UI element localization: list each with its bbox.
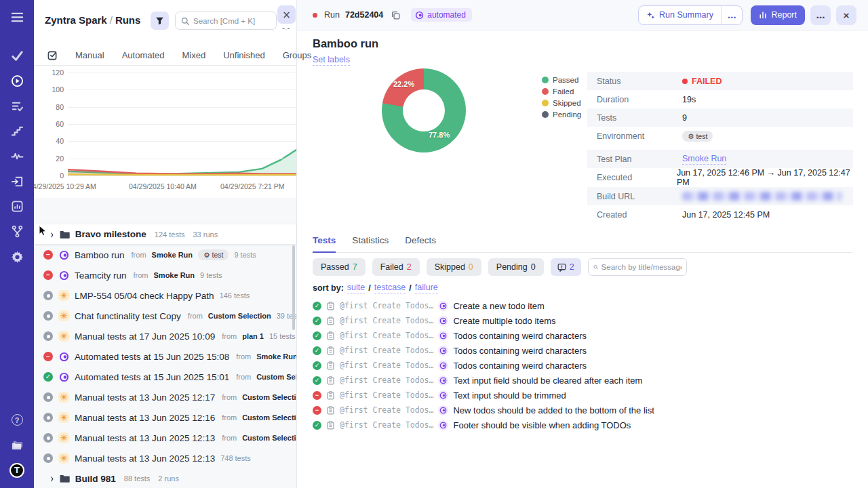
set-labels-link[interactable]: Set labels [313,55,350,66]
test-row[interactable]: ✓ @first Create Todos… Create multiple t… [313,313,855,328]
test-plan-link[interactable]: Smoke Run [682,154,726,165]
run-row[interactable]: ✳ Chat functinality test Copy from Custo… [34,306,296,326]
run-row[interactable]: ✳ Manual tests at 13 Jun 2025 12:17 from… [34,387,296,407]
sort-option-testcase[interactable]: testcase [374,283,406,293]
check-icon[interactable] [0,43,34,68]
testomat-logo[interactable]: T [0,458,34,483]
info-value: FAILED [682,77,722,86]
test-row[interactable]: − @first Create Todos… New todos should … [313,403,855,418]
filter-button[interactable] [151,12,169,30]
run-row[interactable]: ✳ LMP-554 05/04 check Happy Path 146 tes… [34,285,296,306]
run-row[interactable]: − Automated tests at 15 Jun 2025 15:08 f… [34,346,296,367]
chevron-right-icon[interactable]: › [51,472,54,485]
test-title[interactable]: Text input should be trimmed [453,390,566,401]
copy-icon[interactable] [391,11,400,20]
test-suite-path[interactable]: @first Create Todos… [340,361,433,370]
test-suite-path[interactable]: @first Create Todos… [340,420,433,430]
clipboard-icon [326,302,335,310]
menu-icon[interactable] [0,0,34,34]
test-suite-path[interactable]: @first Create Todos… [340,316,433,325]
test-title[interactable]: Todos containing weird characters [453,361,587,371]
sort-option-suite[interactable]: suite [347,283,365,293]
runs-tab-unfinished[interactable]: Unfinished [223,50,264,60]
filter-chip-pending[interactable]: Pending0 [488,258,544,276]
test-suite-path[interactable]: @first Create Todos… [340,346,433,355]
list-check-icon[interactable] [0,94,34,119]
test-suite-path[interactable]: @first Create Todos… [340,405,433,415]
milestone-row[interactable]: › Bravo milestone 124 tests 33 runs [34,224,296,244]
run-row[interactable]: ✳ Manual tests at 17 Jun 2025 10:09 from… [34,326,296,346]
filter-chip-skipped[interactable]: Skipped0 [427,258,481,276]
run-row[interactable]: ✳ Manual tests at 13 Jun 2025 12:16 from… [34,407,296,428]
build-folder-name: Build 981 [75,474,116,484]
report-button[interactable]: Report [751,5,805,25]
run-row[interactable]: ✓ Automated tests at 15 Jun 2025 15:01 f… [34,367,296,387]
more-actions-button[interactable]: … [810,5,831,25]
filter-chip-passed[interactable]: Passed7 [313,258,366,276]
test-status-icon: ✓ [313,302,321,310]
steps-icon[interactable] [0,119,34,144]
tests-search-input[interactable] [601,263,682,271]
runs-search[interactable] [175,12,277,30]
analytics-icon[interactable] [0,194,34,219]
scrollbar-thumb[interactable] [292,245,295,330]
select-checkbox-icon[interactable] [47,50,58,60]
robot-icon [438,301,448,311]
runs-tab-manual[interactable]: Manual [75,50,104,60]
info-value[interactable]: Smoke Run [682,154,726,165]
runs-tab-automated[interactable]: Automated [122,50,165,60]
run-summary-button[interactable]: Run Summary [639,6,721,24]
test-title[interactable]: Create multiple todo items [453,316,555,326]
runs-tab-groups[interactable]: Groups [283,50,312,60]
sign-in-icon[interactable] [0,169,34,194]
projects-icon[interactable] [0,432,34,458]
test-suite-path[interactable]: @first Create Todos… [340,390,433,400]
build-folder-row[interactable]: › Build 981 88 tests 2 runs [34,469,296,488]
test-row[interactable]: ✓ @first Create Todos… Todos containing … [313,343,855,358]
environment-badge[interactable]: ⚙test [682,131,713,142]
test-title[interactable]: Footer should be visible when adding TOD… [453,420,631,430]
run-row[interactable]: ✳ Manual tests at 13 Jun 2025 12:13 748 … [34,448,296,468]
run-from-label: from [236,352,251,361]
tab-statistics[interactable]: Statistics [352,235,389,252]
play-circle-icon[interactable] [0,68,34,94]
chevron-right-icon[interactable]: › [51,228,54,241]
robot-icon [438,390,448,401]
test-row[interactable]: ✓ @first Create Todos… Todos containing … [313,328,855,343]
runs-search-input[interactable] [193,17,268,25]
test-suite-path[interactable]: @first Create Todos… [340,301,433,310]
breadcrumb-project[interactable]: Zyntra Spark [45,14,107,26]
tab-defects[interactable]: Defects [405,235,436,252]
test-title[interactable]: Text input field should be cleared after… [453,375,642,386]
tests-search[interactable] [588,258,687,276]
filter-chip-failed[interactable]: Failed2 [372,258,420,276]
help-icon[interactable]: ? [0,407,34,432]
test-row[interactable]: ✓ @first Create Todos… Todos containing … [313,358,855,373]
tab-tests[interactable]: Tests [313,235,336,253]
run-summary-more-button[interactable]: … [721,6,743,24]
test-suite-path[interactable]: @first Create Todos… [340,331,433,340]
run-row[interactable]: − Bamboo run from Smoke Run ⚙test 9 test… [34,245,296,265]
test-suite-path[interactable]: @first Create Todos… [340,375,433,385]
test-title[interactable]: Create a new todo item [453,301,544,311]
close-run-button[interactable]: × [836,5,856,25]
activity-icon[interactable] [0,144,34,169]
comments-filter-chip[interactable]: 2 [551,258,581,276]
gear-icon[interactable] [0,244,34,269]
runs-tab-mixed[interactable]: Mixed [182,50,206,60]
status-failed-badge: FAILED [682,77,722,86]
branch-icon[interactable] [0,219,34,244]
run-row[interactable]: − Teamcity run from Smoke Run 9 tests [34,265,296,285]
test-row[interactable]: ✓ @first Create Todos… Text input field … [313,373,855,388]
panel-close-button[interactable]: × [277,5,296,24]
test-title[interactable]: Todos containing weird characters [453,331,587,341]
test-row[interactable]: ✓ @first Create Todos… Footer should be … [313,418,855,432]
sort-option-failure[interactable]: failure [415,283,438,293]
test-title[interactable]: New todos should be added to the bottom … [453,405,654,415]
build-url-blurred[interactable] [682,192,842,201]
run-row[interactable]: ✳ Manual tests at 13 Jun 2025 12:13 from… [34,428,296,448]
test-title[interactable]: Todos containing weird characters [453,346,587,356]
test-row[interactable]: ✓ @first Create Todos… Create a new todo… [313,298,855,313]
automated-badge[interactable]: automated [411,8,472,22]
test-row[interactable]: − @first Create Todos… Text input should… [313,388,855,403]
